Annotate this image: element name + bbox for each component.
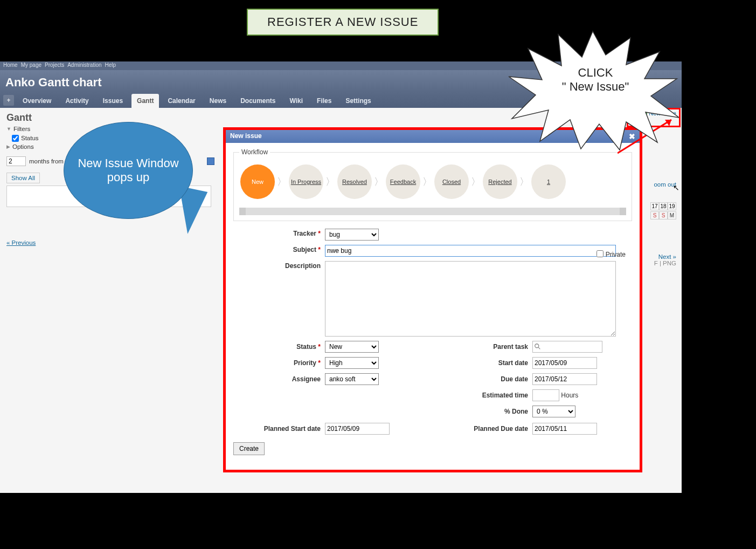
- status-field-label: Status *: [233, 343, 325, 351]
- description-label: Description: [233, 261, 325, 270]
- assignee-label: Assignee: [233, 375, 325, 383]
- workflow-step-feedback[interactable]: Feedback: [386, 164, 420, 199]
- chevron-right-icon: 〉: [374, 175, 384, 188]
- chevron-right-icon: 〉: [277, 175, 287, 188]
- chevron-down-icon: ▼: [6, 126, 11, 132]
- workflow-step-closed[interactable]: Closed: [434, 164, 469, 199]
- tab-wiki[interactable]: Wiki: [285, 94, 309, 108]
- description-textarea[interactable]: [325, 261, 616, 337]
- instruction-banner: REGISTER A NEW ISSUE: [247, 9, 439, 36]
- start-date-label: Start date: [441, 359, 532, 367]
- chevron-right-icon: 〉: [325, 175, 335, 188]
- svg-line-1: [538, 347, 540, 349]
- assignee-select[interactable]: anko soft: [325, 373, 379, 385]
- cal-day-18: 18: [659, 202, 668, 210]
- popup-callout-bubble: New Issue Window pops up: [64, 122, 193, 219]
- priority-label: Priority *: [233, 359, 325, 367]
- starburst-callout: CLICK " New Issue": [507, 27, 679, 151]
- cal-dl-0: S: [650, 211, 659, 219]
- new-issue-dialog: New issue ✖ Workflow New 〉 In Progress 〉…: [223, 127, 642, 472]
- tab-issues[interactable]: Issues: [98, 94, 128, 108]
- show-all-button[interactable]: Show All: [6, 173, 40, 183]
- workflow-scrollbar[interactable]: [239, 208, 626, 215]
- cursor-icon: ↖: [673, 183, 679, 192]
- topnav-mypage[interactable]: My page: [21, 62, 41, 70]
- chevron-right-icon: 〉: [422, 175, 432, 188]
- tab-gantt[interactable]: Gantt: [131, 94, 159, 108]
- percent-done-select[interactable]: 0 %: [532, 406, 575, 417]
- planned-start-input[interactable]: [325, 423, 390, 435]
- star-line1: CLICK: [539, 66, 652, 80]
- svg-point-0: [535, 344, 539, 348]
- estimated-time-label: Estimated time: [441, 392, 532, 399]
- chevron-right-icon: 〉: [519, 175, 529, 188]
- months-input[interactable]: [6, 156, 26, 166]
- tab-files[interactable]: Files: [311, 94, 337, 108]
- priority-select[interactable]: High: [325, 357, 379, 369]
- cal-dl-1: S: [659, 211, 668, 219]
- cal-day-17: 17: [650, 202, 659, 210]
- status-checkbox[interactable]: [12, 135, 19, 142]
- subject-input[interactable]: [325, 245, 616, 257]
- tracker-label: Tracker *: [233, 229, 325, 237]
- private-checkbox[interactable]: [597, 250, 604, 257]
- tab-news[interactable]: News: [204, 94, 232, 108]
- parent-task-input[interactable]: [532, 341, 602, 353]
- star-line2: " New Issue": [539, 80, 652, 94]
- start-date-input[interactable]: [532, 357, 597, 369]
- parent-task-label: Parent task: [441, 343, 532, 351]
- workflow-step-new[interactable]: New: [240, 164, 275, 199]
- status-select[interactable]: New: [325, 341, 379, 353]
- hours-label: Hours: [561, 392, 578, 399]
- topnav-admin[interactable]: Administration: [67, 62, 101, 70]
- cal-dl-2: M: [668, 211, 676, 219]
- workflow-step-1[interactable]: 1: [531, 164, 566, 199]
- planned-due-label: Planned Due date: [441, 425, 532, 433]
- topnav-home[interactable]: Home: [3, 62, 18, 70]
- topnav-projects[interactable]: Projects: [45, 62, 64, 70]
- next-link[interactable]: Next »: [658, 253, 676, 260]
- tab-calendar[interactable]: Calendar: [162, 94, 200, 108]
- tracker-select[interactable]: bug: [325, 229, 379, 241]
- estimated-time-input[interactable]: [532, 389, 559, 401]
- save-icon[interactable]: [207, 157, 214, 165]
- due-date-label: Due date: [441, 375, 532, 383]
- topnav-help[interactable]: Help: [105, 62, 116, 70]
- search-icon: [534, 343, 542, 351]
- tab-documents[interactable]: Documents: [235, 94, 281, 108]
- filters-label: Filters: [13, 126, 30, 132]
- planned-due-input[interactable]: [532, 423, 597, 435]
- private-label: Private: [606, 251, 626, 258]
- workflow-step-rejected[interactable]: Rejected: [483, 164, 517, 199]
- options-label: Options: [12, 143, 34, 150]
- chevron-right-icon: 〉: [471, 175, 481, 188]
- subject-label: Subject *: [233, 245, 325, 253]
- months-label: months from: [29, 158, 64, 164]
- workflow-legend: Workflow: [239, 148, 270, 156]
- dialog-title-text: New issue: [230, 132, 262, 141]
- add-tab-button[interactable]: +: [3, 95, 14, 106]
- tab-activity[interactable]: Activity: [60, 94, 94, 108]
- cal-day-19: 19: [668, 202, 676, 210]
- chevron-right-icon: ▶: [6, 144, 10, 149]
- workflow-step-inprogress[interactable]: In Progress: [289, 164, 323, 199]
- workflow-step-resolved[interactable]: Resolved: [337, 164, 372, 199]
- create-button[interactable]: Create: [233, 442, 265, 455]
- percent-done-label: % Done: [441, 408, 532, 415]
- planned-start-label: Planned Start date: [233, 425, 325, 433]
- tab-overview[interactable]: Overview: [17, 94, 57, 108]
- status-label: Status: [21, 135, 39, 141]
- tab-settings[interactable]: Settings: [340, 94, 376, 108]
- due-date-input[interactable]: [532, 373, 597, 385]
- workflow-fieldset: Workflow New 〉 In Progress 〉 Resolved 〉 …: [233, 148, 632, 221]
- export-links[interactable]: F | PNG: [654, 260, 676, 266]
